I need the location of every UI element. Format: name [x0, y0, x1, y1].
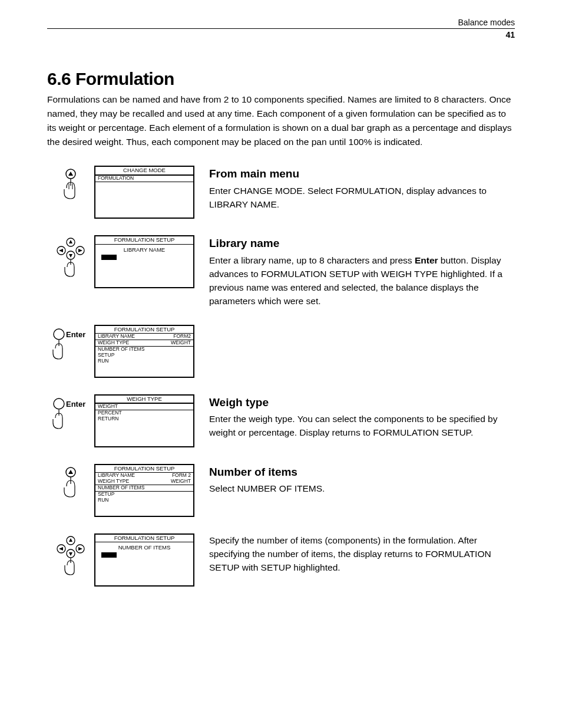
lcd-title: FORMULATION SETUP — [95, 326, 193, 334]
lcd-row: SETUP — [95, 492, 193, 498]
step-row: Enter WEIGH TYPE WEIGHTPERCENTRETURN Wei… — [47, 394, 515, 447]
icon-dpad-hand — [47, 533, 94, 577]
step-row: Enter FORMULATION SETUP LIBRARY NAMEFORM… — [47, 325, 515, 378]
icon-enter-hand: Enter — [47, 325, 94, 363]
lcd-row: LIBRARY NAMEFORM2 — [95, 334, 193, 340]
svg-point-12 — [54, 398, 64, 409]
lcd-subtitle: NUMBER OF ITEMS — [95, 542, 193, 552]
step-body: Select NUMBER OF ITEMS. — [209, 482, 515, 495]
lcd-screen-4: WEIGH TYPE WEIGHTPERCENTRETURN — [94, 394, 194, 447]
step-heading: Number of items — [209, 464, 515, 481]
icon-hand-down — [47, 166, 94, 203]
page-number: 41 — [47, 30, 515, 39]
step-heading: From main menu — [209, 166, 515, 183]
lcd-screen-1: CHANGE MODE FORMULATION — [94, 166, 194, 219]
step-heading: Library name — [209, 235, 515, 252]
step-row: FORMULATION SETUP LIBRARY NAME Library n… — [47, 235, 515, 308]
lcd-row: RETURN — [95, 416, 193, 422]
lcd-row: SETUP — [95, 353, 193, 358]
lcd-title: FORMULATION SETUP — [95, 535, 193, 543]
step-row: FORMULATION SETUP NUMBER OF ITEMS Specif… — [47, 533, 515, 587]
lcd-row: WEIGH TYPEWEIGHT — [95, 479, 193, 485]
step-heading: Weigh type — [209, 394, 515, 411]
step-body: Enter the weigh type. You can select the… — [209, 412, 515, 440]
intro-paragraph: Formulations can be named and have from … — [47, 93, 515, 149]
lcd-selected-row: FORMULATION — [95, 175, 193, 182]
step-body: Enter a library name, up to 8 characters… — [209, 253, 515, 308]
lcd-screen-2: FORMULATION SETUP LIBRARY NAME — [94, 235, 194, 288]
svg-point-10 — [54, 329, 64, 340]
header-rule — [47, 28, 515, 29]
lcd-screen-5: FORMULATION SETUP LIBRARY NAMEFORM 2WEIG… — [94, 464, 194, 517]
lcd-title: WEIGH TYPE — [95, 396, 193, 404]
cursor-icon — [101, 552, 117, 558]
icon-hand-down — [47, 464, 94, 502]
lcd-row: RUN — [95, 358, 193, 364]
step-body: Enter CHANGE MODE. Select FORMULATION, d… — [209, 184, 515, 212]
section-title: 6.6 Formulation — [47, 69, 515, 89]
icon-dpad-hand — [47, 235, 94, 279]
lcd-row: RUN — [95, 498, 193, 503]
lcd-screen-3: FORMULATION SETUP LIBRARY NAMEFORM2WEIGH… — [94, 325, 194, 378]
header-chapter: Balance modes — [47, 18, 515, 27]
svg-text:Enter: Enter — [66, 400, 85, 409]
lcd-title: CHANGE MODE — [95, 167, 193, 175]
cursor-icon — [101, 255, 117, 260]
step-body: Specify the number of items (components)… — [209, 533, 515, 575]
step-row: CHANGE MODE FORMULATION From main menu E… — [47, 166, 515, 219]
svg-text:Enter: Enter — [66, 330, 85, 339]
lcd-subtitle: LIBRARY NAME — [95, 245, 193, 255]
lcd-title: FORMULATION SETUP — [95, 465, 193, 473]
icon-enter-hand: Enter — [47, 394, 94, 432]
lcd-title: FORMULATION SETUP — [95, 236, 193, 245]
page: Balance modes 41 6.6 Formulation Formula… — [0, 0, 562, 638]
lcd-screen-6: FORMULATION SETUP NUMBER OF ITEMS — [94, 533, 194, 587]
step-row: FORMULATION SETUP LIBRARY NAMEFORM 2WEIG… — [47, 464, 515, 517]
